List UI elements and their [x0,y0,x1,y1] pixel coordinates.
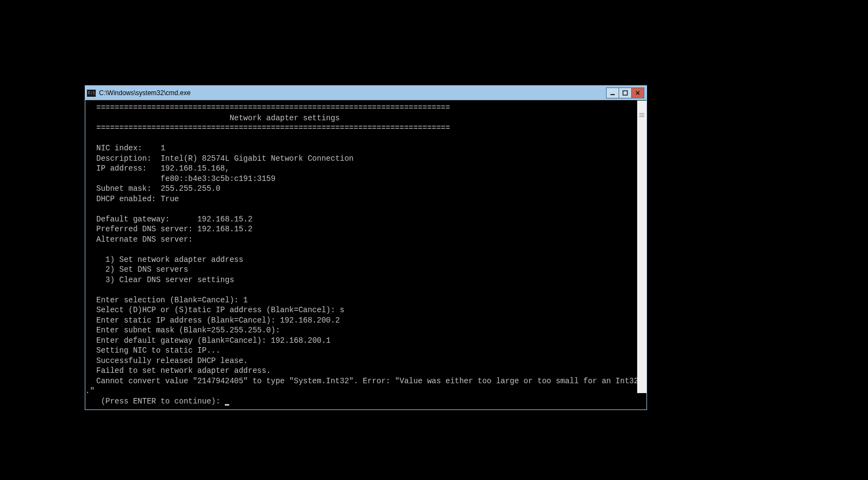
pdns-value: 192.168.15.2 [197,225,253,233]
ip-line2: fe80::b4e3:3c5b:c191:3159 [96,174,637,184]
blank [96,133,637,144]
option2: 2) Set DNS servers [96,265,637,275]
section-title: Network adapter settings [96,113,637,124]
blank2 [96,204,637,214]
blank4 [96,285,637,295]
prompt-dhcp: Select (D)HCP or (S)tatic IP address (Bl… [96,306,340,314]
console-area: ========================================… [85,101,646,409]
minimize-button[interactable] [606,87,619,98]
error-msg-cont: ." [85,386,637,396]
dhcp-line: DHCP enabled: True [96,194,637,204]
dhcp-label: DHCP enabled: [96,195,161,203]
ip-line1: IP address: 192.168.15.168, [96,163,637,174]
description-label: Description: [96,154,161,163]
cmd-window: C:\ C:\Windows\system32\cmd.exe === [85,85,647,410]
svg-rect-1 [623,91,627,95]
subnet-value: 255.255.255.0 [161,184,220,193]
option3: 3) Clear DNS server settings [96,275,637,285]
option1: 1) Set network adapter address [96,255,637,265]
prompt-gateway-line: Enter default gateway (Blank=Cancel): 19… [96,336,637,346]
prompt-selection-line: Enter selection (Blank=Cancel): 1 [96,295,637,306]
adns-line: Alternate DNS server: [96,235,637,245]
nic-index-value: 1 [161,144,165,153]
gateway-line: Default gateway: 192.168.15.2 [96,214,637,225]
pdns-label: Preferred DNS server: [96,225,197,233]
prompt-staticip: Enter static IP address (Blank=Cancel): [96,316,280,325]
description-value: Intel(R) 82574L Gigabit Network Connecti… [161,154,354,163]
subnet-label: Subnet mask: [96,184,161,193]
dhcp-value: True [161,195,179,203]
divider-bottom: ========================================… [96,123,637,133]
gateway-label: Default gateway: [96,215,197,224]
vertical-scrollbar[interactable] [637,101,646,393]
prompt-subnet-line: Enter subnet mask (Blank=255.255.255.0): [96,325,637,336]
input-selection: 1 [243,296,248,305]
description-line: Description: Intel(R) 82574L Gigabit Net… [96,154,637,164]
input-dhcp: s [340,306,344,314]
press-enter-line: (Press ENTER to continue): [96,396,637,407]
close-icon [635,90,640,96]
released-msg: Successfully released DHCP lease. [96,356,637,366]
console-output[interactable]: ========================================… [85,101,637,409]
scrollbar-thumb[interactable] [638,109,645,120]
titlebar[interactable]: C:\ C:\Windows\system32\cmd.exe [85,86,646,101]
press-enter: (Press ENTER to continue): [96,397,225,406]
maximize-icon [622,90,628,96]
pdns-line: Preferred DNS server: 192.168.15.2 [96,224,637,235]
window-title: C:\Windows\system32\cmd.exe [99,89,607,97]
error-msg: Cannot convert value "2147942405" to typ… [96,376,637,387]
prompt-gateway: Enter default gateway (Blank=Cancel): [96,336,271,345]
close-button[interactable] [631,87,644,98]
subnet-line: Subnet mask: 255.255.255.0 [96,184,637,194]
ip-label: IP address: [96,164,161,173]
nic-index-label: NIC index: [96,144,161,153]
maximize-button[interactable] [619,87,632,98]
cmd-icon: C:\ [87,90,96,97]
divider-top: ========================================… [96,103,637,113]
window-controls [607,87,644,98]
prompt-dhcp-line: Select (D)HCP or (S)tatic IP address (Bl… [96,305,637,315]
failed-msg: Failed to set network adapter address. [96,366,637,376]
blank3 [96,244,637,255]
input-staticip: 192.168.200.2 [280,316,340,325]
setting-msg: Setting NIC to static IP... [96,346,637,356]
prompt-selection: Enter selection (Blank=Cancel): [96,296,243,305]
gateway-value: 192.168.15.2 [197,215,253,224]
svg-rect-0 [610,94,615,95]
nic-index-line: NIC index: 1 [96,143,637,154]
ip-value1: 192.168.15.168, [161,164,230,173]
minimize-icon [610,90,615,96]
cursor [225,404,229,406]
prompt-staticip-line: Enter static IP address (Blank=Cancel): … [96,315,637,326]
input-gateway: 192.168.200.1 [271,336,330,345]
